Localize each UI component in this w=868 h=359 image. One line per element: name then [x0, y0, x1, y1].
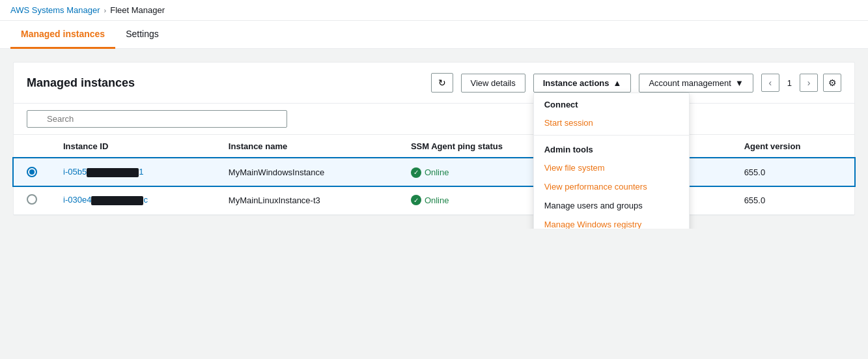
panel-title: Managed instances [27, 76, 423, 90]
redacted-1 [87, 168, 139, 177]
view-details-button[interactable]: View details [461, 74, 525, 93]
table-settings-button[interactable]: ⚙ [823, 74, 841, 92]
row-2-instance-id[interactable]: i-030e4c [50, 186, 216, 214]
instance-id-suffix-1: 1 [139, 167, 143, 177]
tabs-bar: Managed instances Settings [0, 21, 868, 49]
dropdown-section-connect: Connect [534, 93, 689, 113]
page-number: 1 [785, 78, 794, 88]
status-dot-row-1: ✓ [411, 167, 421, 178]
row-1-agent-version: 655.0 [731, 158, 854, 186]
search-wrapper: 🔍 [27, 110, 287, 128]
dropdown-item-view-file-system[interactable]: View file system [534, 158, 689, 177]
status-label-row-2: Online [425, 195, 449, 205]
row-1-instance-name: MyMainWindowsInstance [216, 158, 398, 186]
row-1-instance-id[interactable]: i-05b51 [50, 158, 216, 186]
breadcrumb: AWS Systems Manager › Fleet Manager [0, 0, 868, 21]
row-2-select[interactable] [14, 186, 50, 214]
tab-settings[interactable]: Settings [115, 21, 169, 49]
instance-id-suffix-2: c [143, 195, 148, 205]
account-management-arrow: ▼ [735, 78, 744, 88]
instance-link-row-1[interactable]: i-05b51 [63, 167, 143, 177]
row-2-agent-version: 655.0 [731, 186, 854, 214]
status-label-row-1: Online [425, 167, 449, 177]
breadcrumb-chevron: › [104, 7, 107, 14]
nav-link-systems-manager[interactable]: AWS Systems Manager [10, 5, 100, 15]
row-1-select[interactable] [14, 158, 50, 186]
instance-actions-label: Instance actions [543, 78, 609, 88]
pagination: ‹ 1 › ⚙ [761, 74, 841, 92]
status-online-row-2: ✓ Online [411, 195, 449, 205]
panel-header: Managed instances ↻ View details Instanc… [14, 63, 854, 104]
instance-actions-menu: Connect Start session Admin tools View f… [533, 93, 690, 229]
refresh-button[interactable]: ↻ [431, 73, 453, 93]
status-dot-row-2: ✓ [411, 195, 421, 205]
search-input[interactable] [27, 110, 287, 128]
instance-actions-arrow: ▲ [613, 78, 622, 88]
next-page-button[interactable]: › [800, 74, 818, 92]
managed-instances-panel: Managed instances ↻ View details Instanc… [13, 62, 855, 216]
table-row[interactable]: i-030e4c MyMainLinuxInstance-t3 ✓ Online… [14, 186, 854, 214]
prev-page-button[interactable]: ‹ [761, 74, 779, 92]
instance-link-row-2[interactable]: i-030e4c [63, 195, 148, 205]
dropdown-item-view-performance-counters[interactable]: View performance counters [534, 177, 689, 196]
instance-actions-dropdown[interactable]: Instance actions ▲ Connect Start session… [533, 74, 632, 93]
radio-button-row-1[interactable] [27, 167, 37, 177]
row-2-instance-name: MyMainLinuxInstance-t3 [216, 186, 398, 214]
tab-managed-instances[interactable]: Managed instances [10, 21, 115, 49]
account-management-label: Account management [649, 78, 731, 88]
table-col-select [14, 135, 50, 158]
account-management-button[interactable]: Account management ▼ [639, 74, 753, 93]
instance-id-prefix-1: i-05b5 [63, 167, 87, 177]
dropdown-item-manage-users-groups[interactable]: Manage users and groups [534, 196, 689, 215]
dropdown-item-start-session[interactable]: Start session [534, 113, 689, 132]
dropdown-divider-1 [534, 135, 689, 136]
dropdown-section-admin-tools: Admin tools [534, 138, 689, 158]
table-col-instance-id: Instance ID [50, 135, 216, 158]
instance-actions-button[interactable]: Instance actions ▲ [533, 74, 632, 93]
dropdown-item-manage-windows-registry[interactable]: Manage Windows registry [534, 215, 689, 229]
table-row[interactable]: i-05b51 MyMainWindowsInstance ✓ Online M… [14, 158, 854, 186]
redacted-2 [91, 196, 143, 205]
status-online-row-1: ✓ Online [411, 167, 449, 178]
search-bar: 🔍 [14, 104, 854, 135]
table-body: i-05b51 MyMainWindowsInstance ✓ Online M… [14, 158, 854, 214]
table-col-instance-name: Instance name [216, 135, 398, 158]
main-content: Managed instances ↻ View details Instanc… [0, 49, 868, 229]
breadcrumb-current: Fleet Manager [110, 5, 165, 15]
radio-button-row-2[interactable] [27, 194, 37, 205]
instances-table: Instance ID Instance name SSM Agent ping… [14, 135, 854, 215]
table-col-agent-version: Agent version [731, 135, 854, 158]
table-header: Instance ID Instance name SSM Agent ping… [14, 135, 854, 158]
instance-id-prefix-2: i-030e4 [63, 195, 91, 205]
